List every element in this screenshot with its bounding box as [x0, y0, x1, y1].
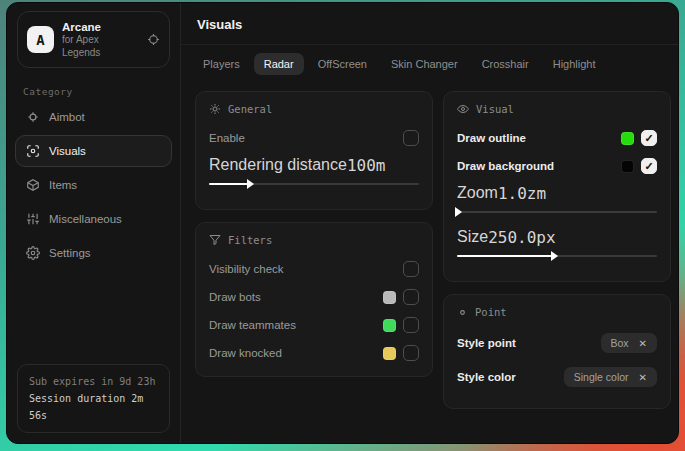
slider-thumb[interactable] [247, 179, 254, 189]
slider-thumb[interactable] [455, 207, 462, 217]
visual-panel: Visual Draw outline ✓ Draw background ✓ … [443, 91, 671, 282]
sidebar-item-label: Items [49, 179, 77, 191]
enable-label: Enable [209, 132, 403, 144]
draw-bots-label: Draw bots [209, 291, 383, 303]
filters-panel: Filters Visibility check Draw bots Draw … [195, 222, 433, 377]
draw-knocked-color-swatch[interactable] [383, 347, 396, 360]
sidebar-item-label: Visuals [49, 145, 86, 157]
sidebar-item-label: Settings [49, 247, 91, 259]
draw-teammates-label: Draw teammates [209, 319, 383, 331]
zoom-slider[interactable] [457, 206, 657, 218]
size-value: 250.0px [488, 228, 555, 247]
slider-thumb[interactable] [551, 251, 558, 261]
point-panel: Point Style point Box ✕ Style color Sing… [443, 294, 671, 409]
draw-background-label: Draw background [457, 160, 621, 172]
style-point-select[interactable]: Box ✕ [601, 333, 657, 353]
draw-outline-color-swatch[interactable] [621, 132, 634, 145]
target-icon[interactable] [147, 33, 160, 46]
style-point-label: Style point [457, 337, 601, 349]
page-title: Visuals [197, 17, 669, 32]
style-color-label: Style color [457, 371, 564, 383]
close-icon[interactable]: ✕ [639, 338, 647, 349]
zoom-label: Zoom [457, 184, 498, 202]
style-point-value: Box [611, 337, 629, 349]
rendering-distance-slider[interactable] [209, 178, 419, 190]
crosshair-icon [26, 110, 40, 124]
tab-radar[interactable]: Radar [254, 53, 304, 75]
sidebar-item-aimbot[interactable]: Aimbot [15, 101, 172, 133]
panel-title: Point [475, 306, 507, 318]
draw-outline-checkbox[interactable]: ✓ [641, 130, 657, 146]
main-area: Visuals Players Radar OffScreen Skin Cha… [181, 3, 679, 443]
session-info-card: Sub expires in 9d 23h Session duration 2… [17, 364, 170, 433]
draw-background-checkbox[interactable]: ✓ [641, 158, 657, 174]
draw-bots-color-swatch[interactable] [383, 291, 396, 304]
tab-crosshair[interactable]: Crosshair [472, 53, 539, 75]
draw-teammates-checkbox[interactable] [403, 317, 419, 333]
sidebar-item-miscellaneous[interactable]: Miscellaneous [15, 203, 172, 235]
app-subtitle: for Apex Legends [62, 34, 139, 59]
draw-knocked-label: Draw knocked [209, 347, 383, 359]
draw-bots-checkbox[interactable] [403, 289, 419, 305]
tab-highlight[interactable]: Highlight [543, 53, 606, 75]
sidebar-item-visuals[interactable]: Visuals [15, 135, 172, 167]
sidebar-item-items[interactable]: Items [15, 169, 172, 201]
tab-players[interactable]: Players [193, 53, 250, 75]
size-slider[interactable] [457, 250, 657, 262]
content: General Enable Rendering distance 100m [181, 79, 679, 421]
draw-background-color-swatch[interactable] [621, 160, 634, 173]
rendering-distance-label: Rendering distance [209, 156, 347, 174]
eye-icon [457, 103, 469, 115]
category-label: Category [23, 86, 180, 97]
sub-expiry-text: Sub expires in 9d 23h [29, 373, 158, 390]
gear-icon [26, 246, 40, 260]
tab-offscreen[interactable]: OffScreen [308, 53, 377, 75]
enable-checkbox[interactable] [403, 130, 419, 146]
tab-bar: Players Radar OffScreen Skin Changer Cro… [181, 45, 679, 79]
draw-knocked-checkbox[interactable] [403, 345, 419, 361]
sidebar-nav: Aimbot Visuals Items Miscellaneous [7, 101, 180, 269]
sidebar: A Arcane for Apex Legends Category Aimbo… [7, 3, 181, 443]
draw-outline-label: Draw outline [457, 132, 621, 144]
sliders-icon [26, 212, 40, 226]
general-panel: General Enable Rendering distance 100m [195, 91, 433, 210]
tab-skin-changer[interactable]: Skin Changer [381, 53, 468, 75]
sidebar-item-settings[interactable]: Settings [15, 237, 172, 269]
dot-icon [457, 307, 468, 318]
style-color-value: Single color [574, 371, 629, 383]
style-color-select[interactable]: Single color ✕ [564, 367, 657, 387]
funnel-icon [209, 234, 221, 246]
visibility-check-checkbox[interactable] [403, 261, 419, 277]
panel-title: Visual [476, 103, 514, 115]
sidebar-item-label: Miscellaneous [49, 213, 122, 225]
panel-title: General [228, 103, 272, 115]
eye-scan-icon [26, 144, 40, 158]
package-icon [26, 178, 40, 192]
gear-sun-icon [209, 103, 221, 115]
visibility-check-label: Visibility check [209, 263, 403, 275]
size-label: Size [457, 228, 488, 246]
zoom-value: 1.0zm [498, 184, 546, 203]
draw-teammates-color-swatch[interactable] [383, 319, 396, 332]
sidebar-item-label: Aimbot [49, 111, 85, 123]
main-header: Visuals [181, 3, 679, 45]
app-name: Arcane [62, 20, 139, 34]
app-window: A Arcane for Apex Legends Category Aimbo… [6, 2, 679, 444]
close-icon[interactable]: ✕ [639, 372, 647, 383]
panel-title: Filters [228, 234, 272, 246]
brand-card: A Arcane for Apex Legends [17, 11, 170, 68]
rendering-distance-value: 100m [347, 156, 386, 175]
session-duration-text: Session duration 2m 56s [29, 390, 158, 424]
app-logo: A [27, 26, 54, 53]
